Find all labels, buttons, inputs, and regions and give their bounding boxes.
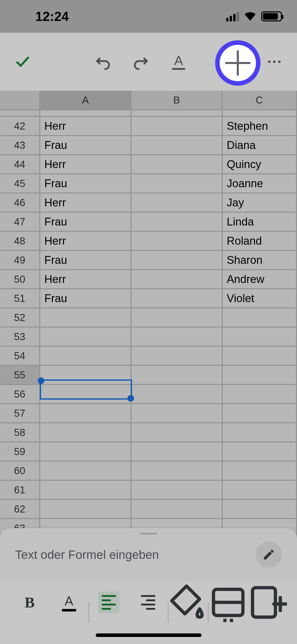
redo-button[interactable]: [131, 52, 151, 72]
select-all-corner[interactable]: [0, 91, 40, 109]
row-header[interactable]: 61: [0, 481, 40, 499]
cell[interactable]: [223, 442, 297, 461]
formula-input[interactable]: Text oder Formel eingeben: [15, 548, 248, 562]
cell[interactable]: Frau: [40, 289, 131, 307]
more-options-button[interactable]: [264, 52, 284, 72]
cell[interactable]: Herr: [40, 232, 131, 250]
cell[interactable]: [223, 385, 297, 403]
cell[interactable]: Herr: [40, 155, 131, 173]
cell[interactable]: [131, 308, 223, 327]
cell[interactable]: [131, 366, 223, 384]
cell[interactable]: [131, 194, 223, 212]
cell[interactable]: Linda: [223, 213, 297, 231]
cell[interactable]: [40, 481, 131, 499]
cell[interactable]: [223, 500, 297, 518]
cell[interactable]: [131, 328, 223, 346]
cell[interactable]: [40, 366, 131, 384]
row-header[interactable]: 59: [0, 442, 40, 461]
cell[interactable]: [131, 423, 223, 441]
row-header[interactable]: 56: [0, 385, 40, 403]
cell[interactable]: Andrew: [223, 270, 297, 288]
cell[interactable]: Joanne: [223, 174, 297, 192]
column-header-c[interactable]: C: [223, 91, 297, 109]
cell[interactable]: [131, 347, 223, 365]
column-header-a[interactable]: A: [40, 91, 131, 109]
cell[interactable]: [131, 462, 223, 480]
cell[interactable]: Herr: [40, 270, 131, 288]
cell[interactable]: [40, 308, 131, 327]
cell[interactable]: Frau: [40, 136, 131, 154]
cell[interactable]: [40, 385, 131, 403]
undo-button[interactable]: [93, 52, 113, 72]
cell[interactable]: [40, 404, 131, 422]
edit-cell-button[interactable]: [256, 541, 282, 568]
cell[interactable]: Jay: [223, 194, 297, 212]
cell[interactable]: [40, 442, 131, 461]
cell[interactable]: [223, 423, 297, 441]
row-header[interactable]: 57: [0, 404, 40, 422]
cell[interactable]: [131, 500, 223, 518]
insert-cells-button[interactable]: [248, 589, 287, 616]
row-header[interactable]: 46: [0, 194, 40, 212]
cell[interactable]: [131, 117, 223, 135]
cell[interactable]: [131, 404, 223, 422]
confirm-button[interactable]: [13, 52, 33, 72]
row-header[interactable]: 58: [0, 423, 40, 441]
align-right-button[interactable]: [128, 589, 168, 616]
row-header[interactable]: 49: [0, 251, 40, 269]
cell[interactable]: Herr: [40, 194, 131, 212]
cell[interactable]: Roland: [223, 232, 297, 250]
cell[interactable]: Violet: [223, 289, 297, 307]
row-header[interactable]: 62: [0, 500, 40, 518]
cell[interactable]: [131, 155, 223, 173]
cell[interactable]: [131, 251, 223, 269]
cell[interactable]: [40, 328, 131, 346]
cell[interactable]: [223, 308, 297, 327]
cell[interactable]: Sharon: [223, 251, 297, 269]
cell[interactable]: [131, 442, 223, 461]
cell[interactable]: [131, 289, 223, 307]
cell[interactable]: [131, 174, 223, 192]
bold-button[interactable]: B: [10, 589, 49, 616]
cell[interactable]: [40, 462, 131, 480]
row-header[interactable]: 53: [0, 328, 40, 346]
cell[interactable]: Stephen: [223, 117, 297, 135]
row-header[interactable]: 55: [0, 366, 40, 384]
insert-button[interactable]: [215, 40, 260, 86]
cell[interactable]: [40, 500, 131, 518]
cell[interactable]: Quincy: [223, 155, 297, 173]
cell[interactable]: [131, 232, 223, 250]
cell[interactable]: [40, 347, 131, 365]
fill-color-button[interactable]: [169, 589, 208, 616]
panel-grabber[interactable]: [140, 533, 157, 535]
cell[interactable]: [40, 423, 131, 441]
align-left-button[interactable]: [89, 589, 128, 616]
cell[interactable]: [131, 136, 223, 154]
home-indicator[interactable]: [96, 633, 202, 637]
cell[interactable]: [131, 213, 223, 231]
row-header[interactable]: 48: [0, 232, 40, 250]
cell[interactable]: [223, 404, 297, 422]
row-header[interactable]: 42: [0, 117, 40, 135]
cell[interactable]: [223, 481, 297, 499]
cell[interactable]: [131, 385, 223, 403]
cell[interactable]: Frau: [40, 174, 131, 192]
cell[interactable]: Herr: [40, 117, 131, 135]
row-header[interactable]: 54: [0, 347, 40, 365]
merge-cells-button[interactable]: [209, 589, 248, 616]
cell[interactable]: [223, 366, 297, 384]
cell[interactable]: Frau: [40, 213, 131, 231]
text-color-button[interactable]: A: [49, 589, 89, 616]
cell[interactable]: [223, 328, 297, 346]
row-header[interactable]: 60: [0, 462, 40, 480]
row-header[interactable]: 44: [0, 155, 40, 173]
cell[interactable]: Frau: [40, 251, 131, 269]
row-header[interactable]: 43: [0, 136, 40, 154]
cell[interactable]: [131, 270, 223, 288]
row-header[interactable]: 45: [0, 174, 40, 192]
row-header[interactable]: 47: [0, 213, 40, 231]
text-format-button[interactable]: A: [169, 52, 189, 72]
cell[interactable]: Diana: [223, 136, 297, 154]
column-header-b[interactable]: B: [131, 91, 223, 109]
row-header[interactable]: 51: [0, 289, 40, 307]
